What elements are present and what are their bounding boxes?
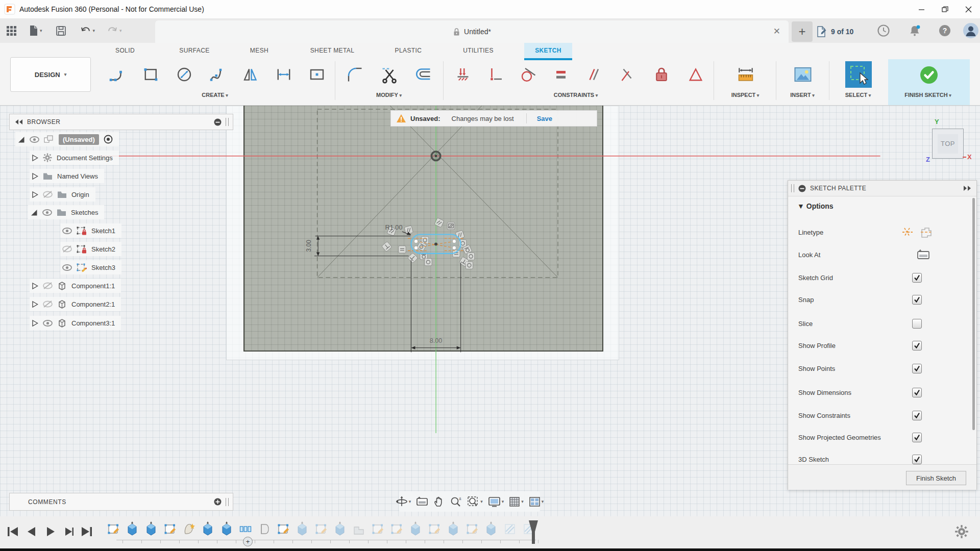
dimension-height[interactable]: 3.00: [305, 236, 410, 256]
browser-item-sketch2[interactable]: Sketch2: [60, 242, 121, 256]
show-projected-geometries-checkbox[interactable]: [912, 433, 922, 442]
modify-group-label[interactable]: MODIFY: [376, 92, 402, 98]
timeline-feature-sketch[interactable]: [465, 521, 480, 538]
workspace-selector[interactable]: DESIGN ▾: [10, 57, 91, 92]
timeline-feature-sketch[interactable]: [163, 521, 178, 538]
ribbon-tab-sketch[interactable]: SKETCH: [524, 43, 572, 58]
constraint-glyph-circle[interactable]: [467, 253, 474, 260]
redo-button[interactable]: ▾: [103, 18, 125, 43]
minimize-button[interactable]: [910, 1, 933, 18]
dimension-tool-button[interactable]: [274, 63, 294, 86]
visibility-off-eye-icon[interactable]: [62, 245, 72, 253]
measure-tool-button[interactable]: [736, 63, 756, 86]
browser-item-sketch1[interactable]: Sketch1: [60, 223, 121, 238]
palette-scrollbar[interactable]: [972, 198, 975, 430]
timeline-feature-sketch[interactable]: [314, 521, 329, 538]
job-history-clock-icon[interactable]: [874, 18, 893, 43]
panel-grip[interactable]: [791, 184, 794, 192]
view-cube-face-label[interactable]: TOP: [938, 134, 958, 154]
timeline-feature-extrude[interactable]: [447, 521, 461, 538]
timeline-settings-gear-icon[interactable]: [954, 524, 969, 539]
look-at-button[interactable]: [414, 496, 430, 507]
browser-item-label[interactable]: Sketch3: [91, 264, 115, 271]
ribbon-tab-surface[interactable]: SURFACE: [174, 43, 215, 58]
visibility-off-eye-icon[interactable]: [43, 191, 53, 198]
ribbon-tab-plastic[interactable]: PLASTIC: [388, 43, 429, 58]
timeline-feature-pattern[interactable]: [239, 521, 253, 538]
spline-tool-button[interactable]: [207, 63, 228, 86]
zoom-button[interactable]: ±: [448, 496, 463, 507]
options-section-header[interactable]: ▼ Options: [797, 202, 834, 210]
new-tab-button[interactable]: +: [792, 21, 813, 42]
fit-menu-arrow-icon[interactable]: ▾: [480, 499, 483, 504]
notifications-bell-icon[interactable]: [904, 18, 925, 43]
timeline-feature-hatch[interactable]: [503, 521, 518, 538]
select-tool-button[interactable]: [845, 61, 872, 88]
user-avatar[interactable]: [960, 18, 980, 43]
timeline-feature-extrude[interactable]: [484, 521, 499, 538]
centerline-linetype-icon[interactable]: [920, 227, 932, 238]
go-to-end-button[interactable]: [79, 524, 94, 539]
browser-item-component2[interactable]: Component2:1: [30, 297, 121, 311]
expander-expanded-icon[interactable]: [30, 209, 38, 216]
inspect-group-label[interactable]: INSPECT: [731, 92, 760, 98]
line-tool-button[interactable]: [107, 63, 127, 86]
browser-item-label[interactable]: Sketch1: [91, 227, 115, 235]
minimize-panel-icon[interactable]: [214, 118, 222, 126]
browser-item-document-settings[interactable]: Document Settings: [30, 151, 119, 165]
show-points-checkbox[interactable]: [912, 364, 922, 373]
browser-item-sketch3[interactable]: Sketch3: [60, 260, 121, 274]
play-button[interactable]: [43, 524, 58, 539]
visibility-off-eye-icon[interactable]: [43, 300, 53, 308]
constraint-glyph-perpendicular[interactable]: [408, 253, 418, 263]
ribbon-tab-solid[interactable]: SOLID: [110, 43, 140, 58]
timeline-feature-extrude[interactable]: [201, 521, 215, 538]
browser-item-component1[interactable]: Component1:1: [30, 279, 121, 293]
timeline-feature-extrude[interactable]: [333, 521, 348, 538]
timeline-feature-extrude[interactable]: [409, 521, 423, 538]
orbit-menu-arrow-icon[interactable]: ▾: [409, 499, 411, 504]
sketch-grid-checkbox[interactable]: [912, 273, 922, 283]
comments-panel[interactable]: COMMENTS: [9, 493, 233, 511]
finish-sketch-footer-button[interactable]: Finish Sketch: [906, 471, 966, 485]
browser-item-label[interactable]: Component3:1: [71, 319, 115, 327]
browser-panel-header[interactable]: BROWSER: [9, 114, 233, 130]
finish-sketch-group-label[interactable]: FINISH SKETCH: [904, 92, 951, 98]
timeline-feature-extrude[interactable]: [296, 521, 310, 538]
display-settings-button[interactable]: ▾: [486, 496, 506, 507]
minimize-panel-icon[interactable]: [798, 185, 806, 192]
grid-menu-arrow-icon[interactable]: ▾: [521, 499, 524, 504]
ribbon-tab-utilities[interactable]: UTILITIES: [458, 43, 499, 58]
browser-item-component3[interactable]: Component3:1: [30, 316, 121, 330]
app-grid-icon[interactable]: [3, 18, 19, 43]
visibility-eye-icon[interactable]: [62, 228, 72, 234]
mirror-tool-button[interactable]: [240, 63, 261, 86]
browser-item-label[interactable]: Component2:1: [71, 300, 115, 308]
symmetry-constraint-button[interactable]: [617, 63, 638, 86]
timeline-feature-join[interactable]: [352, 521, 366, 538]
display-menu-arrow-icon[interactable]: ▾: [502, 499, 504, 504]
undo-button[interactable]: ▾: [77, 18, 99, 43]
timeline-feature-sketch[interactable]: [371, 521, 385, 538]
undo-menu-arrow-icon[interactable]: ▾: [93, 28, 95, 33]
3d-sketch-checkbox[interactable]: [912, 455, 922, 464]
timeline-feature-sketch[interactable]: [428, 521, 442, 538]
constraints-group-label[interactable]: CONSTRAINTS: [554, 92, 598, 98]
tangent-constraint-button[interactable]: [518, 63, 538, 86]
fillet-tool-button[interactable]: [345, 63, 365, 86]
browser-item-sketches[interactable]: Sketches: [28, 205, 104, 219]
visibility-eye-icon[interactable]: [62, 264, 72, 271]
constraint-glyph-horizontal[interactable]: [399, 246, 406, 253]
timeline-feature-loft[interactable]: [182, 521, 197, 538]
parallel-constraint-button[interactable]: [583, 63, 604, 86]
browser-item-label[interactable]: Sketches: [71, 209, 98, 216]
browser-item-label[interactable]: Sketch2: [91, 245, 115, 253]
ribbon-tab-sheet-metal[interactable]: SHEET METAL: [302, 43, 363, 58]
tab-close-icon[interactable]: ✕: [773, 26, 780, 37]
finish-sketch-button[interactable]: [888, 59, 970, 105]
timeline-feature-sketch[interactable]: [390, 521, 404, 538]
timeline-group-marker[interactable]: +: [243, 537, 253, 546]
insert-image-button[interactable]: [793, 63, 813, 86]
orbit-button[interactable]: ▾: [394, 496, 413, 507]
browser-item-label[interactable]: Component1:1: [71, 282, 115, 290]
